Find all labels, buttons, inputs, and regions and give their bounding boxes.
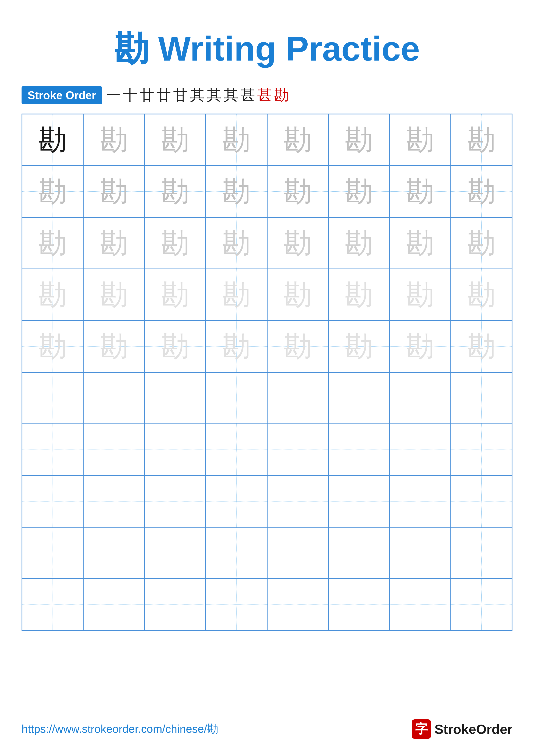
grid-cell[interactable]: 勘 <box>206 217 267 269</box>
grid-cell[interactable]: 勘 <box>22 424 83 475</box>
grid-cell[interactable]: 勘 <box>144 114 206 166</box>
grid-cell[interactable]: 勘 <box>267 372 328 424</box>
grid-cell[interactable]: 勘 <box>22 166 83 217</box>
grid-cell[interactable]: 勘 <box>144 527 206 579</box>
grid-cell[interactable]: 勘 <box>390 527 451 579</box>
grid-cell[interactable]: 勘 <box>206 424 267 475</box>
grid-cell[interactable]: 勘 <box>22 475 83 527</box>
grid-cell[interactable]: 勘 <box>267 217 328 269</box>
grid-cell[interactable]: 勘 <box>206 475 267 527</box>
grid-cell[interactable]: 勘 <box>22 579 83 630</box>
grid-cell[interactable]: 勘 <box>206 320 267 372</box>
grid-cell[interactable]: 勘 <box>267 320 328 372</box>
grid-cell[interactable]: 勘 <box>83 424 144 475</box>
grid-cell[interactable]: 勘 <box>83 217 144 269</box>
stroke-chars-container: 一 十 廿 廿 甘 其 其 其 甚 甚 勘 <box>106 85 289 105</box>
grid-cell-char: 勘 <box>100 332 128 360</box>
grid-cell[interactable]: 勘 <box>144 424 206 475</box>
grid-cell[interactable]: 勘 <box>390 166 451 217</box>
stroke-10: 甚 <box>257 85 272 105</box>
grid-cell[interactable]: 勘 <box>390 320 451 372</box>
grid-cell[interactable]: 勘 <box>267 166 328 217</box>
grid-cell[interactable]: 勘 <box>83 166 144 217</box>
grid-cell[interactable]: 勘 <box>328 269 390 321</box>
grid-cell[interactable]: 勘 <box>328 217 390 269</box>
grid-cell-char: 勘 <box>468 281 496 309</box>
grid-cell[interactable]: 勘 <box>328 320 390 372</box>
grid-cell[interactable]: 勘 <box>390 475 451 527</box>
grid-cell[interactable]: 勘 <box>144 372 206 424</box>
grid-cell[interactable]: 勘 <box>144 269 206 321</box>
grid-cell-char: 勘 <box>468 229 496 257</box>
grid-cell[interactable]: 勘 <box>267 475 328 527</box>
grid-cell-char: 勘 <box>284 436 312 464</box>
stroke-1: 一 <box>106 85 121 105</box>
grid-cell[interactable]: 勘 <box>451 320 512 372</box>
grid-cell[interactable]: 勘 <box>328 579 390 630</box>
grid-cell[interactable]: 勘 <box>390 269 451 321</box>
grid-cell[interactable]: 勘 <box>267 269 328 321</box>
grid-cell[interactable]: 勘 <box>328 475 390 527</box>
grid-cell[interactable]: 勘 <box>22 527 83 579</box>
grid-cell-char: 勘 <box>222 332 250 360</box>
grid-cell[interactable]: 勘 <box>206 166 267 217</box>
stroke-2: 十 <box>123 85 138 105</box>
grid-cell[interactable]: 勘 <box>267 114 328 166</box>
grid-cell[interactable]: 勘 <box>451 527 512 579</box>
grid-cell[interactable]: 勘 <box>144 166 206 217</box>
grid-cell[interactable]: 勘 <box>451 475 512 527</box>
grid-cell-char: 勘 <box>284 384 312 412</box>
grid-cell[interactable]: 勘 <box>451 579 512 630</box>
grid-cell[interactable]: 勘 <box>451 269 512 321</box>
grid-cell[interactable]: 勘 <box>144 475 206 527</box>
grid-cell[interactable]: 勘 <box>144 320 206 372</box>
grid-cell[interactable]: 勘 <box>390 114 451 166</box>
grid-cell[interactable]: 勘 <box>22 320 83 372</box>
grid-cell[interactable]: 勘 <box>328 372 390 424</box>
grid-cell[interactable]: 勘 <box>328 166 390 217</box>
grid-cell[interactable]: 勘 <box>144 579 206 630</box>
grid-cell[interactable]: 勘 <box>451 424 512 475</box>
grid-cell[interactable]: 勘 <box>83 475 144 527</box>
grid-cell[interactable]: 勘 <box>390 217 451 269</box>
grid-cell[interactable]: 勘 <box>390 372 451 424</box>
grid-cell-char: 勘 <box>284 229 312 257</box>
grid-cell[interactable]: 勘 <box>83 114 144 166</box>
grid-cell[interactable]: 勘 <box>83 579 144 630</box>
grid-cell[interactable]: 勘 <box>328 527 390 579</box>
grid-cell[interactable]: 勘 <box>83 527 144 579</box>
grid-cell[interactable]: 勘 <box>451 114 512 166</box>
grid-cell-char: 勘 <box>468 177 496 205</box>
grid-cell[interactable]: 勘 <box>83 269 144 321</box>
grid-cell[interactable]: 勘 <box>22 269 83 321</box>
grid-cell[interactable]: 勘 <box>328 424 390 475</box>
grid-cell-char: 勘 <box>345 487 373 515</box>
grid-cell[interactable]: 勘 <box>83 372 144 424</box>
footer-logo-icon: 字 <box>412 719 431 739</box>
footer-url[interactable]: https://www.strokeorder.com/chinese/勘 <box>21 721 218 737</box>
grid-cell[interactable]: 勘 <box>328 114 390 166</box>
grid-cell[interactable]: 勘 <box>22 372 83 424</box>
grid-cell[interactable]: 勘 <box>451 217 512 269</box>
grid-cell[interactable]: 勘 <box>451 372 512 424</box>
grid-cell[interactable]: 勘 <box>22 114 83 166</box>
stroke-5: 甘 <box>173 85 188 105</box>
grid-cell[interactable]: 勘 <box>22 217 83 269</box>
grid-cell[interactable]: 勘 <box>83 320 144 372</box>
grid-cell[interactable]: 勘 <box>206 527 267 579</box>
grid-cell-char: 勘 <box>468 590 496 618</box>
grid-cell-char: 勘 <box>345 229 373 257</box>
grid-cell[interactable]: 勘 <box>451 166 512 217</box>
grid-cell[interactable]: 勘 <box>206 114 267 166</box>
grid-cell[interactable]: 勘 <box>267 424 328 475</box>
grid-cell[interactable]: 勘 <box>144 217 206 269</box>
grid-cell[interactable]: 勘 <box>206 579 267 630</box>
grid-cell-char: 勘 <box>406 590 434 618</box>
grid-cell[interactable]: 勘 <box>267 579 328 630</box>
stroke-8: 其 <box>224 85 238 105</box>
grid-cell[interactable]: 勘 <box>267 527 328 579</box>
grid-cell[interactable]: 勘 <box>206 372 267 424</box>
grid-cell[interactable]: 勘 <box>206 269 267 321</box>
grid-cell[interactable]: 勘 <box>390 424 451 475</box>
grid-cell[interactable]: 勘 <box>390 579 451 630</box>
